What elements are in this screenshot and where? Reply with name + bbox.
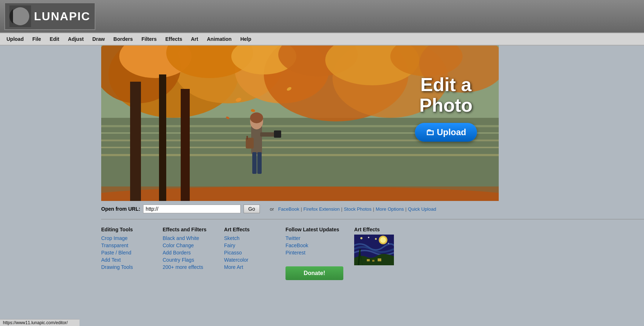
- svg-rect-30: [260, 132, 275, 137]
- art-effects-thumbnail: [354, 235, 394, 265]
- effects-filters-header: Effects and Filters: [163, 227, 213, 232]
- art-effects-thumb-column: Art Effects: [354, 227, 398, 280]
- navbar: UploadFileEditAdjustDrawBordersFiltersEf…: [0, 33, 644, 46]
- center-content: Edit a Photo 🗀 Upload Open from URL: Go …: [101, 46, 644, 284]
- svg-point-42: [380, 237, 386, 243]
- social-link-quickupload[interactable]: Quick Upload: [408, 206, 436, 212]
- logo-box: LUNAPIC: [4, 3, 95, 30]
- donate-button[interactable]: Donate!: [285, 266, 343, 280]
- folder-icon: 🗀: [426, 127, 437, 137]
- hero-text: Edit a Photo 🗀 Upload: [415, 74, 477, 142]
- social-link-firefox[interactable]: Firefox Extension: [304, 206, 340, 212]
- link-add-borders[interactable]: Add Borders: [163, 250, 213, 256]
- link-color-change[interactable]: Color Change: [163, 243, 213, 248]
- art-effects-header: Art Effects: [224, 227, 275, 232]
- nav-item-animation[interactable]: Animation: [203, 35, 235, 43]
- social-link-facebook[interactable]: FaceBook: [278, 206, 300, 212]
- social-link-stock[interactable]: Stock Photos: [344, 206, 372, 212]
- editing-tools-header: Editing Tools: [101, 227, 152, 232]
- nav-item-borders[interactable]: Borders: [110, 35, 137, 43]
- editing-tools-column: Editing Tools Crop Image Transparent Pas…: [101, 227, 152, 280]
- nav-item-adjust[interactable]: Adjust: [64, 35, 87, 43]
- logo-text: LUNAPIC: [34, 10, 90, 23]
- svg-rect-25: [159, 74, 166, 201]
- svg-point-45: [375, 238, 377, 240]
- svg-rect-31: [274, 130, 281, 138]
- divider: [101, 219, 644, 219]
- nav-item-filters[interactable]: Filters: [138, 35, 160, 43]
- upload-button[interactable]: 🗀 Upload: [415, 123, 477, 142]
- link-picasso[interactable]: Picasso: [224, 250, 275, 256]
- svg-point-44: [368, 237, 369, 238]
- main-layout: Edit a Photo 🗀 Upload Open from URL: Go …: [0, 46, 644, 284]
- hero-container: Edit a Photo 🗀 Upload: [101, 46, 499, 201]
- link-twitter[interactable]: Twitter: [285, 235, 343, 241]
- svg-point-29: [250, 112, 263, 123]
- nav-item-edit[interactable]: Edit: [46, 35, 63, 43]
- link-more-effects[interactable]: 200+ more effects: [163, 264, 213, 270]
- url-label: Open from URL:: [101, 206, 140, 212]
- svg-rect-47: [367, 259, 370, 261]
- svg-rect-48: [372, 260, 374, 262]
- svg-rect-32: [252, 152, 257, 174]
- logo-icon: [9, 5, 31, 27]
- nav-item-effects[interactable]: Effects: [162, 35, 186, 43]
- svg-rect-33: [257, 152, 262, 174]
- nav-item-file[interactable]: File: [29, 35, 44, 43]
- follow-column: Follow Latest Updates Twitter FaceBook P…: [285, 227, 343, 280]
- link-more-art[interactable]: More Art: [224, 264, 275, 270]
- link-paste-blend[interactable]: Paste / Blend: [101, 250, 152, 256]
- hero-headline: Edit a Photo: [415, 74, 477, 116]
- svg-point-1: [11, 7, 29, 25]
- nav-item-help[interactable]: Help: [237, 35, 255, 43]
- url-input[interactable]: [143, 205, 241, 213]
- nav-item-draw[interactable]: Draw: [89, 35, 108, 43]
- social-link-more[interactable]: More Options: [375, 206, 404, 212]
- nav-item-art[interactable]: Art: [187, 35, 202, 43]
- art-effects-column: Art Effects Sketch Fairy Picasso Waterco…: [224, 227, 275, 280]
- link-pinterest[interactable]: Pinterest: [285, 250, 343, 256]
- svg-rect-26: [181, 89, 190, 201]
- svg-rect-35: [246, 136, 248, 140]
- art-effects-title: Art Effects: [354, 227, 398, 232]
- link-fairy[interactable]: Fairy: [224, 243, 275, 248]
- follow-header: Follow Latest Updates: [285, 227, 343, 232]
- svg-rect-49: [378, 258, 381, 261]
- link-add-text[interactable]: Add Text: [101, 257, 152, 263]
- link-black-white[interactable]: Black and White: [163, 235, 213, 241]
- nav-item-upload[interactable]: Upload: [3, 35, 27, 43]
- effects-filters-column: Effects and Filters Black and White Colo…: [163, 227, 213, 280]
- svg-point-43: [360, 237, 362, 239]
- link-crop-image[interactable]: Crop Image: [101, 235, 152, 241]
- social-prefix: or: [270, 206, 274, 212]
- go-button[interactable]: Go: [244, 205, 260, 213]
- link-sketch[interactable]: Sketch: [224, 235, 275, 241]
- link-transparent[interactable]: Transparent: [101, 243, 152, 248]
- social-bar: or FaceBook | Firefox Extension | Stock …: [270, 205, 436, 213]
- left-sidebar: [0, 46, 101, 284]
- link-drawing-tools[interactable]: Drawing Tools: [101, 264, 152, 270]
- link-facebook-follow[interactable]: FaceBook: [285, 243, 343, 248]
- bottom-section: Editing Tools Crop Image Transparent Pas…: [101, 223, 644, 284]
- header: LUNAPIC: [0, 0, 644, 33]
- link-watercolor[interactable]: Watercolor: [224, 257, 275, 263]
- svg-rect-24: [130, 82, 141, 201]
- url-area: Open from URL: Go or FaceBook | Firefox …: [101, 201, 644, 215]
- link-country-flags[interactable]: Country Flags: [163, 257, 213, 263]
